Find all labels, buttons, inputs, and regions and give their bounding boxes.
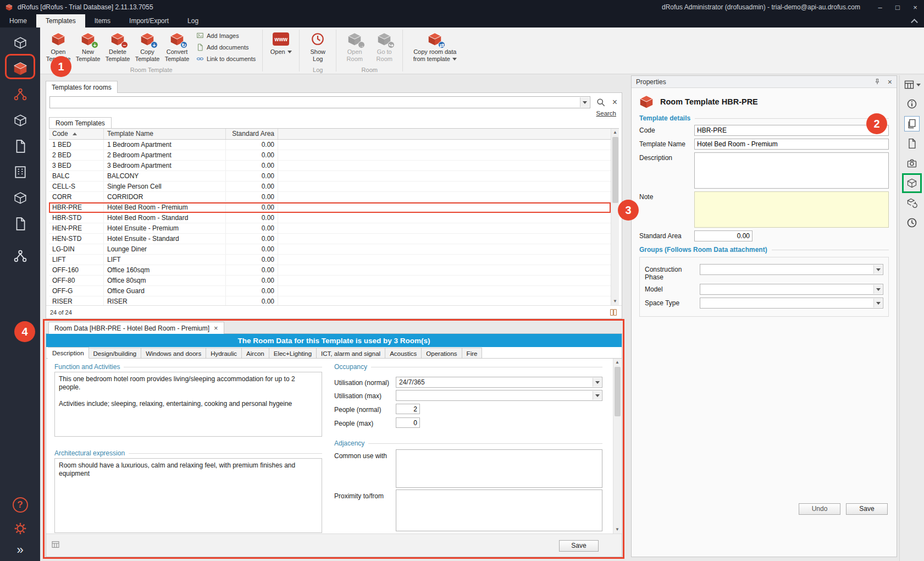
sidebar-item-collaboration[interactable] — [0, 245, 40, 267]
table-row[interactable]: 3 BED 3 Bedroom Apartment 0.00 — [49, 161, 611, 171]
table-row[interactable]: HBR-PRE Hotel Bed Room - Premium 0.00 — [49, 202, 611, 213]
settings-gear-icon[interactable] — [13, 521, 27, 536]
model-select[interactable] — [700, 284, 883, 295]
table-header[interactable]: Code Template Name Standard Area — [49, 129, 611, 140]
log-view-icon[interactable] — [904, 215, 920, 230]
scroll-up-icon[interactable]: ▲ — [613, 129, 617, 136]
table-row[interactable]: HBR-STD Hotel Bed Room - Standard 0.00 — [49, 213, 611, 223]
scroll-down-icon[interactable]: ▼ — [613, 298, 617, 305]
layout-table-icon[interactable] — [904, 79, 915, 90]
room-data-category-tab[interactable]: Design/building — [89, 348, 142, 359]
properties-save-button[interactable]: Save — [846, 503, 888, 515]
report-book-icon[interactable] — [609, 308, 618, 317]
clear-search-icon[interactable]: × — [611, 98, 618, 107]
sidebar-item-rooms[interactable] — [0, 32, 40, 54]
table-row[interactable]: OFF-80 Office 80sqm 0.00 — [49, 276, 611, 286]
utilisation-max-select[interactable] — [396, 390, 602, 401]
room-data-category-tab[interactable]: ICT, alarm and signal — [317, 348, 385, 359]
layout-caret-icon[interactable] — [916, 84, 921, 86]
sidebar-item-reports[interactable] — [0, 213, 40, 235]
utilisation-normal-select[interactable]: 24/7/365 — [396, 377, 602, 388]
open-room-button[interactable]: → OpenRoom — [340, 29, 369, 63]
table-row[interactable]: HEN-PRE Hotel Ensuite - Premium 0.00 — [49, 223, 611, 234]
sidebar-item-products[interactable] — [0, 109, 40, 131]
table-scrollbar[interactable]: ▲ ▼ — [611, 129, 619, 305]
minimize-button[interactable]: – — [871, 0, 889, 14]
close-tab-icon[interactable]: × — [214, 324, 218, 332]
show-log-button[interactable]: ShowLog — [303, 29, 333, 63]
search-link[interactable]: Search — [596, 110, 616, 117]
column-header-area[interactable]: Standard Area — [226, 129, 278, 139]
convert-template-button[interactable]: ↻ ConvertTemplate — [162, 29, 192, 63]
template-name-input[interactable] — [694, 139, 889, 150]
sidebar-item-room-templates[interactable] — [0, 58, 40, 80]
ribbon-tab[interactable]: Log — [178, 14, 208, 28]
scrollbar-thumb[interactable] — [615, 367, 621, 416]
architectural-expression-box[interactable]: Room should have a luxurious, calm and r… — [54, 458, 322, 533]
scrollbar-thumb[interactable] — [612, 137, 618, 203]
expand-sidebar-icon[interactable]: » — [16, 544, 23, 556]
room-data-save-button[interactable]: Save — [559, 540, 599, 552]
column-header-code[interactable]: Code — [49, 129, 104, 139]
note-textarea[interactable] — [694, 191, 889, 228]
pin-icon[interactable] — [873, 78, 881, 86]
properties-view-icon[interactable] — [904, 116, 920, 131]
people-max-input[interactable] — [396, 417, 420, 428]
table-row[interactable]: OFF-160 Office 160sqm 0.00 — [49, 265, 611, 276]
sidebar-item-documents[interactable] — [0, 135, 40, 157]
delete-template-button[interactable]: – DeleteTemplate — [103, 29, 132, 63]
room-data-category-tab[interactable]: Operations — [422, 348, 462, 359]
column-header-name[interactable]: Template Name — [104, 129, 226, 139]
www-open-button[interactable]: www Open — [266, 29, 296, 56]
sidebar-item-buildings[interactable] — [0, 161, 40, 183]
search-dropdown-caret-icon[interactable] — [580, 97, 589, 107]
sync-view-icon[interactable] — [904, 195, 920, 211]
documents-view-icon[interactable] — [904, 136, 920, 151]
function-activities-box[interactable]: This one bedroom hotel room provides liv… — [54, 372, 322, 437]
close-button[interactable]: × — [906, 0, 924, 14]
table-row[interactable]: LG-DIN Lounge Diner 0.00 — [49, 244, 611, 255]
table-row[interactable]: CELL-S Single Person Cell 0.00 — [49, 182, 611, 192]
common-use-textarea[interactable] — [396, 449, 602, 488]
room-data-tab[interactable]: Room Data [HBR-PRE - Hotel Bed Room - Pr… — [48, 322, 224, 334]
table-row[interactable]: CORR CORRIDOR 0.00 — [49, 192, 611, 202]
people-normal-input[interactable] — [396, 404, 420, 414]
table-row[interactable]: OFF-G Office Guard 0.00 — [49, 286, 611, 296]
scroll-down-icon[interactable]: ▼ — [615, 526, 619, 534]
new-template-button[interactable]: + NewTemplate — [73, 29, 103, 63]
table-row[interactable]: HEN-STD Hotel Ensuite - Standard 0.00 — [49, 234, 611, 244]
info-view-icon[interactable] — [904, 96, 920, 112]
table-row[interactable]: BALC BALCONY 0.00 — [49, 171, 611, 182]
collapse-ribbon-icon[interactable] — [911, 19, 918, 26]
add-images-button[interactable]: Add Images — [196, 32, 256, 40]
room-data-category-tab[interactable]: Aircon — [242, 348, 269, 359]
table-row[interactable]: 1 BED 1 Bedroom Apartment 0.00 — [49, 140, 611, 150]
table-row[interactable]: RISER RISER 0.00 — [49, 296, 611, 305]
standard-area-input[interactable] — [694, 230, 753, 241]
detach-panel-icon[interactable] — [51, 540, 60, 549]
proximity-textarea[interactable] — [396, 490, 602, 531]
scroll-up-icon[interactable]: ▲ — [615, 359, 619, 366]
goto-room-button[interactable]: ↪ Go toRoom — [369, 29, 399, 63]
undo-button[interactable]: Undo — [799, 503, 840, 515]
room-data-scrollbar[interactable]: ▲ ▼ — [613, 359, 621, 534]
room-data-category-tab[interactable]: Fire — [462, 348, 483, 359]
add-documents-button[interactable]: Add documents — [196, 43, 256, 51]
ribbon-tab[interactable]: Import/Export — [120, 14, 178, 28]
copy-room-data-button[interactable]: ⇄ Copy room data from template — [406, 29, 463, 63]
code-input[interactable] — [694, 125, 889, 136]
search-icon[interactable] — [595, 97, 606, 108]
room-template-view-icon[interactable] — [904, 175, 920, 191]
room-templates-tab[interactable]: Room Templates — [49, 117, 112, 128]
construction-phase-select[interactable] — [700, 264, 883, 275]
close-properties-icon[interactable]: × — [888, 78, 892, 86]
help-icon[interactable]: ? — [13, 497, 28, 513]
room-data-category-tab[interactable]: Windows and doors — [141, 348, 206, 359]
images-view-icon[interactable] — [904, 156, 920, 171]
room-data-category-tab[interactable]: Description — [48, 347, 89, 359]
sidebar-item-items[interactable] — [0, 84, 40, 106]
space-type-select[interactable] — [700, 298, 883, 309]
copy-template-button[interactable]: + CopyTemplate — [132, 29, 162, 63]
ribbon-tab[interactable]: Items — [85, 14, 120, 28]
ribbon-tab[interactable]: Templates — [36, 14, 85, 28]
